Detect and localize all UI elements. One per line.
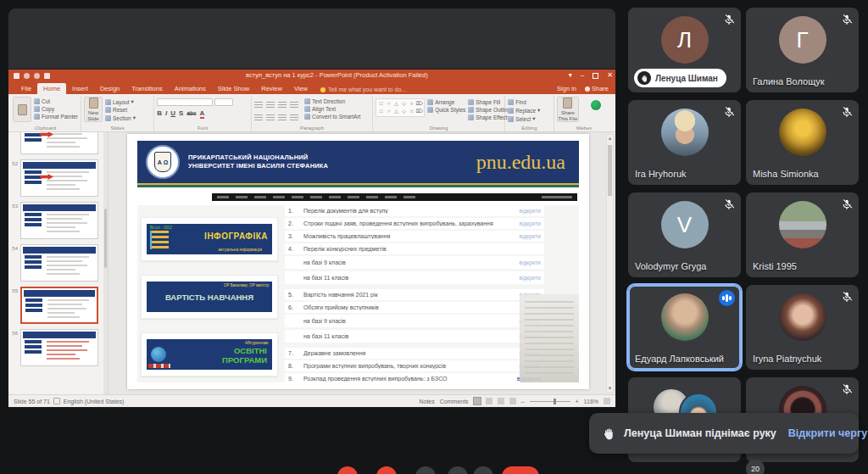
start-slideshow-icon[interactable] [44,73,50,79]
zoom-out-icon[interactable]: – [521,399,525,404]
tell-me-box[interactable]: Tell me what you want to do... [320,86,406,94]
columns-icon[interactable] [290,114,298,121]
paste-button[interactable] [13,97,31,122]
slide-scrollbar[interactable]: ▲ ▼ [606,134,614,393]
ribbon-tab-view[interactable]: View [288,83,314,94]
arrange-button[interactable]: Arrange [427,99,465,105]
reset-button[interactable]: Reset [105,107,136,113]
participant-tile-iryna-piatnychuk[interactable]: Iryna Piatnychuk [746,285,859,370]
open-link[interactable]: відкрити [504,233,541,239]
shape-fill-button[interactable]: Shape Fill [468,99,510,105]
copy-button[interactable]: Copy [34,106,78,112]
cut-button[interactable]: Cut [34,98,78,104]
participant-tile-ленуца-шиман[interactable]: ЛЛенуца Шиман [628,8,741,92]
scroll-down-icon[interactable]: ▼ [607,386,613,391]
select-button[interactable]: Select ▾ [508,115,551,122]
shape-effects-button[interactable]: Shape Effects [468,114,510,120]
strikethrough-button[interactable]: abc [186,110,196,116]
font-name-input[interactable] [157,98,213,106]
participant-tile-ira-hryhoruk[interactable]: Ira Hryhoruk [628,100,741,185]
mic-button[interactable] [337,466,358,474]
more-button[interactable] [473,466,493,474]
raise-hand-button[interactable] [448,466,468,474]
ribbon-tab-home[interactable]: Home [37,83,66,94]
open-link[interactable]: відкрити [504,208,541,214]
replace-button[interactable]: Replace ▾ [508,107,551,114]
open-link[interactable]: відкрити [504,220,541,226]
italic-button[interactable]: I [165,109,167,117]
redo-icon[interactable] [34,73,40,79]
camera-button[interactable] [376,466,397,474]
find-button[interactable]: Find [508,99,551,105]
spellcheck-icon[interactable] [53,398,60,404]
convert-smartart-button[interactable]: Convert to SmartArt [304,114,360,120]
ribbon-tab-insert[interactable]: Insert [66,83,94,94]
notes-button[interactable]: Notes [419,399,434,404]
bullets-icon[interactable] [254,102,263,109]
participant-tile-галина-волощук[interactable]: ГГалина Волощук [746,8,859,92]
comments-button[interactable]: Comments [440,399,469,404]
thumbnail-scrollbar[interactable] [103,132,108,394]
undo-icon[interactable] [24,73,30,79]
align-right-icon[interactable] [278,114,287,121]
share-this-file-button[interactable]: Share This File [557,97,579,122]
ribbon-tab-file[interactable]: File [15,83,37,94]
bold-button[interactable]: B [157,109,162,117]
shape-outline-button[interactable]: Shape Outline [468,107,510,113]
section-button[interactable]: Section ▾ [105,114,136,121]
normal-view-icon[interactable] [474,398,481,404]
captions-button[interactable] [415,466,436,474]
align-center-icon[interactable] [266,114,275,121]
zoom-slider[interactable] [530,401,570,402]
open-link[interactable]: відкрити [504,259,541,265]
slide-thumbnail-53[interactable]: 53 [10,202,104,239]
share-button[interactable]: Share [585,85,609,92]
fit-to-window-icon[interactable] [604,398,610,404]
leave-call-button[interactable] [502,466,539,474]
slideshow-icon[interactable] [509,398,516,404]
participant-tile-volodymyr-gryga[interactable]: VVolodymyr Gryga [628,192,741,277]
slide-thumbnail-55[interactable]: 55 [10,287,104,324]
underline-button[interactable]: U [170,109,175,117]
restore-button[interactable] [593,73,598,79]
reading-view-icon[interactable] [498,398,504,404]
scroll-up-icon[interactable]: ▲ [607,136,613,141]
shadow-button[interactable]: S [179,109,183,117]
zoom-in-icon[interactable]: + [576,399,579,404]
ribbon-tab-design[interactable]: Design [94,83,125,94]
open-queue-button[interactable]: Відкрити чергу [788,427,867,439]
indent-increase-icon[interactable] [290,102,298,109]
quick-access-toolbar[interactable] [14,73,50,79]
numbering-icon[interactable] [266,102,275,109]
participant-tile-kristi-1995[interactable]: Kristi 1995 [746,192,859,277]
align-text-button[interactable]: Align Text [304,106,360,112]
layout-button[interactable]: Layout ▾ [105,98,136,105]
sign-in-button[interactable]: Sign in [557,85,576,92]
ribbon-tab-animations[interactable]: Animations [169,83,212,94]
slide-thumbnail-panel[interactable]: 515253545556 [8,132,108,394]
slide-sorter-icon[interactable] [486,398,492,404]
participant-tile-misha-simionka[interactable]: Misha Simionka [746,100,859,185]
font-size-input[interactable] [214,98,233,106]
indent-decrease-icon[interactable] [278,102,287,109]
format-painter-button[interactable]: Format Painter [34,114,78,120]
close-button[interactable]: ✕ [607,70,613,81]
ribbon-options-icon[interactable]: ▾ [569,70,572,81]
language-indicator[interactable]: English (United States) [64,399,125,404]
open-link[interactable]: відкрити [504,275,541,281]
text-direction-button[interactable]: Text Direction [304,98,360,104]
align-left-icon[interactable] [254,114,263,121]
participant-tile-едуард-лапковський[interactable]: Едуард Лапковський [628,285,741,370]
webex-icon[interactable] [591,100,601,110]
new-slide-button[interactable]: New Slide [84,97,103,122]
slide-thumbnail-54[interactable]: 54 [10,244,104,282]
quick-styles-button[interactable]: Quick Styles [427,107,465,113]
font-color-button[interactable]: A [200,109,205,119]
ribbon-tab-slide-show[interactable]: Slide Show [212,83,256,94]
ribbon-tab-transitions[interactable]: Transitions [125,83,168,94]
slide-thumbnail-56[interactable]: 56 [10,329,104,366]
slide-thumbnail-52[interactable]: 52 [10,159,104,197]
ribbon-tab-review[interactable]: Review [255,83,288,94]
save-icon[interactable] [14,73,19,79]
zoom-level[interactable]: 116% [584,399,598,404]
